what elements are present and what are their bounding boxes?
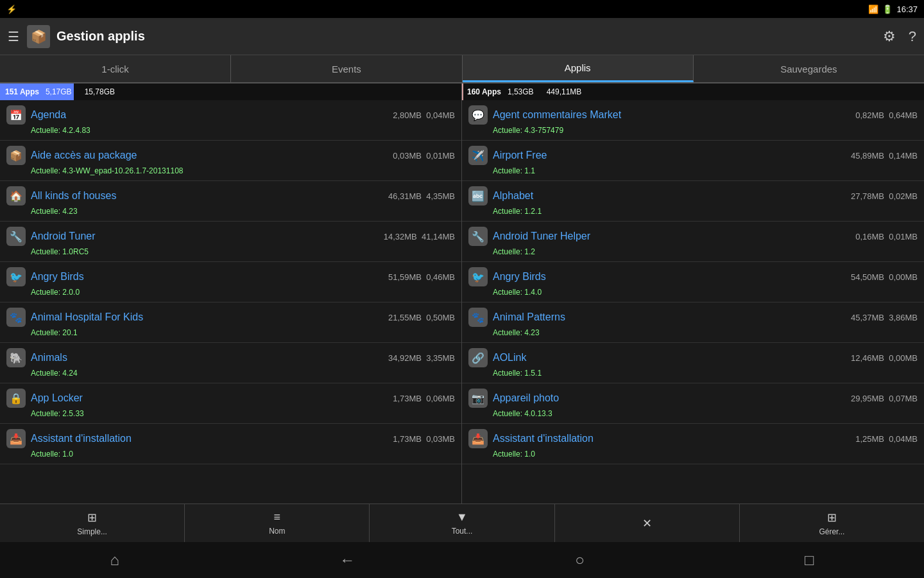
app-icon-right-5: 🐾 [468, 308, 488, 327]
toolbar-item-1[interactable]: ≡ Nom [185, 504, 370, 542]
filter-icon[interactable]: ⚙ [883, 28, 896, 45]
app-icon-right-6: 🔗 [468, 348, 488, 367]
list-item[interactable]: 🔤 Alphabet 27,78MB 0,02MB Actuelle: 1.2.… [462, 181, 924, 222]
toolbar-label-1: Nom [269, 527, 285, 536]
app-version: Actuelle: 2.0.0 [6, 288, 455, 297]
app-sizes: 45,37MB 3,86MB [851, 313, 918, 322]
list-item[interactable]: 🐾 Animal Patterns 45,37MB 3,86MB Actuell… [462, 302, 924, 343]
app-name: Appareil photo [493, 392, 846, 404]
app-name: Airport Free [493, 150, 846, 161]
app-name: App Locker [31, 392, 388, 404]
list-item[interactable]: 📦 Aide accès au package 0,03MB 0,01MB Ac… [0, 141, 461, 181]
app-version: Actuelle: 1.2.1 [468, 207, 918, 216]
list-item[interactable]: 🐦 Angry Birds 54,50MB 0,00MB Actuelle: 1… [462, 262, 924, 302]
app-sizes: 46,31MB 4,35MB [388, 191, 455, 201]
list-item[interactable]: 🔒 App Locker 1,73MB 0,06MB Actuelle: 2.5… [0, 383, 461, 424]
tab-applis[interactable]: Applis [463, 55, 694, 82]
list-item[interactable]: 🐘 Animals 34,92MB 3,35MB Actuelle: 4.24 [0, 343, 461, 383]
storage-bar-right: 160 Apps 1,53GB 449,11MB [462, 83, 924, 100]
app-name: Agent commentaires Market [493, 109, 850, 121]
app-version: Actuelle: 1.0 [468, 450, 918, 459]
app-name: All kinds of houses [31, 190, 383, 202]
storage-bars: 151 Apps 5,17GB 15,78GB 160 Apps 1,53GB … [0, 83, 924, 100]
app-name: Alphabet [493, 190, 846, 202]
app-icon-left-3: 🔧 [6, 227, 26, 246]
list-item[interactable]: 📥 Assistant d'installation 1,73MB 0,03MB… [0, 424, 461, 464]
app-name: Angry Birds [31, 271, 383, 283]
right-app-count: 160 Apps [467, 87, 501, 96]
app-sizes: 34,92MB 3,35MB [388, 353, 455, 363]
app-column-right: 💬 Agent commentaires Market 0,82MB 0,64M… [462, 100, 924, 504]
battery-charging-icon: ⚡ [6, 4, 17, 14]
toolbar-item-3[interactable]: ✕ [555, 504, 740, 542]
tab-1click[interactable]: 1-click [0, 55, 231, 82]
status-left: ⚡ [6, 4, 17, 14]
list-item[interactable]: ✈️ Airport Free 45,89MB 0,14MB Actuelle:… [462, 141, 924, 181]
toolbar-item-0[interactable]: ⊞ Simple... [0, 504, 185, 542]
app-version: Actuelle: 4.2.4.83 [6, 126, 455, 135]
app-version: Actuelle: 20.1 [6, 328, 455, 337]
app-sizes: 12,46MB 0,00MB [851, 353, 918, 363]
help-icon[interactable]: ? [909, 28, 916, 45]
list-item[interactable]: 🔗 AOLink 12,46MB 0,00MB Actuelle: 1.5.1 [462, 343, 924, 383]
list-item[interactable]: 🔧 Android Tuner Helper 0,16MB 0,01MB Act… [462, 222, 924, 262]
app-icon-left-0: 📅 [6, 105, 26, 125]
list-item[interactable]: 🐾 Animal Hospital For Kids 21,55MB 0,50M… [0, 302, 461, 343]
list-item[interactable]: 📥 Assistant d'installation 1,25MB 0,04MB… [462, 424, 924, 464]
toolbar-item-4[interactable]: ⊞ Gérer... [740, 504, 924, 542]
app-version: Actuelle: 1.1 [468, 166, 918, 175]
tab-events[interactable]: Events [231, 55, 462, 82]
app-version: Actuelle: 1.0 [6, 450, 455, 459]
app-icon-left-4: 🐦 [6, 267, 26, 286]
app-sizes: 29,95MB 0,07MB [851, 394, 918, 403]
app-icon-right-4: 🐦 [468, 267, 488, 286]
toolbar-icon-4: ⊞ [827, 511, 837, 525]
app-sizes: 0,16MB 0,01MB [855, 232, 918, 241]
header-actions: ⚙ ? [883, 28, 916, 45]
tabs-bar: 1-click Events Applis Sauvegardes [0, 55, 924, 83]
battery-icon: 🔋 [882, 4, 893, 14]
app-name: Assistant d'installation [493, 433, 850, 444]
list-item[interactable]: 🏠 All kinds of houses 46,31MB 4,35MB Act… [0, 181, 461, 222]
right-storage-size: 1,53GB [508, 87, 534, 96]
toolbar-item-2[interactable]: ▼ Tout... [370, 504, 554, 542]
app-version: Actuelle: 4.24 [6, 369, 455, 378]
list-item[interactable]: 🔧 Android Tuner 14,32MB 41,14MB Actuelle… [0, 222, 461, 262]
list-item[interactable]: 💬 Agent commentaires Market 0,82MB 0,64M… [462, 100, 924, 141]
time-display: 16:37 [896, 4, 918, 14]
nav-recent[interactable]: □ [805, 551, 814, 569]
nav-home[interactable]: ○ [575, 551, 585, 569]
app-version: Actuelle: 4.23 [6, 207, 455, 216]
list-item[interactable]: 📷 Appareil photo 29,95MB 0,07MB Actuelle… [462, 383, 924, 424]
toolbar-icon-3: ✕ [642, 516, 652, 530]
status-right: 📶 🔋 16:37 [868, 4, 918, 14]
app-sizes: 0,82MB 0,64MB [855, 110, 918, 120]
left-storage-size: 5,17GB [46, 87, 72, 96]
app-icon: 📦 [27, 25, 50, 48]
app-icon-left-2: 🏠 [6, 186, 26, 206]
app-icon-left-6: 🐘 [6, 348, 26, 367]
right-storage-remaining: 449,11MB [547, 87, 582, 96]
app-sizes: 2,80MB 0,04MB [393, 110, 455, 120]
app-icon-right-1: ✈️ [468, 146, 488, 165]
toolbar-label-2: Tout... [452, 527, 473, 536]
toolbar-icon-0: ⊞ [87, 511, 97, 525]
app-icon-left-1: 📦 [6, 146, 26, 165]
menu-icon[interactable]: ☰ [8, 29, 19, 44]
app-sizes: 27,78MB 0,02MB [851, 191, 918, 201]
tab-sauvegardes[interactable]: Sauvegardes [694, 55, 924, 82]
app-icon-right-8: 📥 [468, 429, 488, 448]
header: ☰ 📦 Gestion applis ⚙ ? [0, 18, 924, 55]
list-item[interactable]: 📅 Agenda 2,80MB 0,04MB Actuelle: 4.2.4.8… [0, 100, 461, 141]
bottom-toolbar: ⊞ Simple... ≡ Nom ▼ Tout... ✕ ⊞ Gérer... [0, 504, 924, 542]
app-sizes: 1,73MB 0,03MB [393, 434, 455, 444]
app-name: Assistant d'installation [31, 433, 388, 444]
app-version: Actuelle: 1.5.1 [468, 369, 918, 378]
app-icon-right-7: 📷 [468, 389, 488, 408]
app-icon-right-0: 💬 [468, 105, 488, 125]
left-app-count: 151 Apps [5, 87, 39, 96]
nav-home-up[interactable]: ⌂ [110, 551, 120, 569]
list-item[interactable]: 🐦 Angry Birds 51,59MB 0,46MB Actuelle: 2… [0, 262, 461, 302]
nav-back[interactable]: ← [339, 551, 355, 569]
app-name: Aide accès au package [31, 150, 388, 161]
